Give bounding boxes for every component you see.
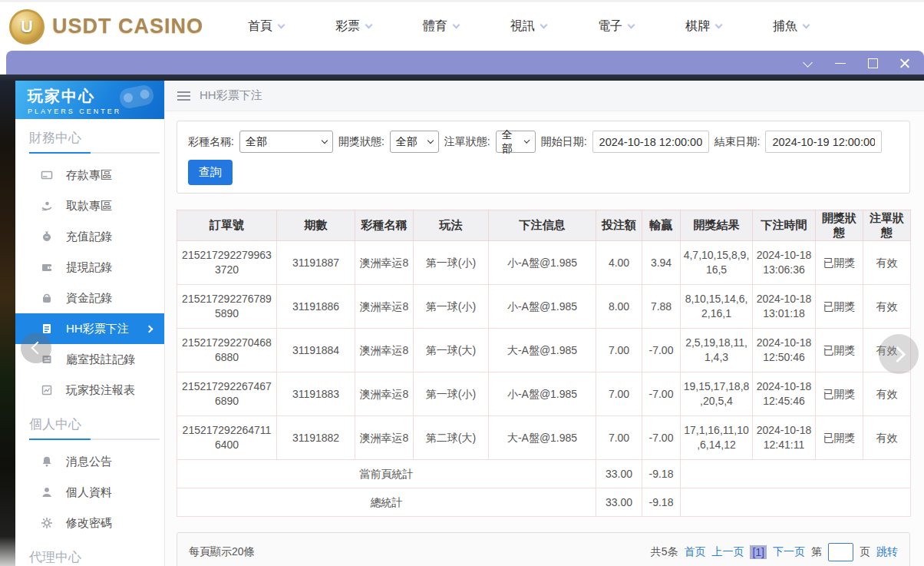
table-cell: 17,1,16,11,10,6,14,12	[681, 416, 753, 460]
section-underline	[29, 439, 160, 440]
nav-item-electronic[interactable]: 電子	[598, 18, 634, 35]
sidebar-item-withdrawal-record[interactable]: 提現記錄	[15, 252, 164, 283]
draw-status-select[interactable]: 全部	[390, 131, 439, 153]
table-cell: 33.00	[596, 460, 642, 488]
page-jump-input[interactable]	[828, 543, 853, 561]
sidebar-header: 玩家中心 PLAYERS CENTER	[15, 81, 164, 119]
table-cell: 8.00	[596, 285, 642, 329]
table-cell: 7.00	[596, 416, 642, 460]
sidebar-item-withdraw[interactable]: 取款專區	[15, 190, 164, 221]
funds-record-icon	[41, 292, 53, 304]
logo-text: USDT CASINO	[52, 15, 203, 38]
table-cell: 2152172922674676890	[177, 372, 277, 416]
nav-label: 視訊	[510, 18, 535, 35]
table-cell: 2024-10-18 12:50:46	[753, 329, 816, 372]
nav-item-fishing[interactable]: 捕魚	[773, 18, 809, 35]
sidebar: 玩家中心 PLAYERS CENTER 財務中心 存款專區 取款專區 充值記錄 …	[15, 81, 165, 566]
end-date-label: 結束日期:	[714, 135, 761, 149]
page-title: HH彩票下注	[200, 88, 262, 103]
sidebar-item-label: 修改密碼	[66, 516, 112, 531]
jump-label-pre: 第	[811, 545, 822, 559]
nav-item-sports[interactable]: 體育	[423, 18, 459, 35]
minimize-icon[interactable]	[835, 58, 846, 68]
lottery-bet-icon	[41, 323, 53, 335]
table-cell: 有效	[863, 372, 911, 416]
table-cell: 4.00	[596, 241, 642, 285]
section-title-agent: 代理中心	[15, 538, 164, 566]
prev-page-link[interactable]: 上一页	[711, 545, 744, 559]
jump-button[interactable]: 跳转	[876, 545, 898, 559]
column-header: 開獎結果	[681, 210, 753, 241]
order-status-select[interactable]: 全部	[496, 131, 536, 153]
breadcrumb: HH彩票下注	[165, 81, 924, 111]
sidebar-item-recharge-record[interactable]: 充值記錄	[15, 221, 164, 252]
app-window: 玩家中心 PLAYERS CENTER 財務中心 存款專區 取款專區 充值記錄 …	[15, 81, 924, 566]
table-scroll-right-button[interactable]	[879, 334, 919, 374]
jump-label-post: 页	[860, 545, 870, 559]
sidebar-collapse-button[interactable]	[21, 333, 51, 363]
select-value: 全部	[502, 128, 521, 156]
sidebar-item-label: 提現記錄	[66, 260, 112, 275]
chevron-down-icon[interactable]	[803, 58, 813, 68]
table-cell: 2152172922647116400	[177, 416, 277, 460]
table-cell: 第一球(小)	[414, 285, 489, 329]
table-cell: -7.00	[642, 416, 681, 460]
sidebar-item-funds-record[interactable]: 資金記錄	[15, 283, 164, 313]
table-cell: 31191884	[277, 329, 355, 372]
sidebar-item-label: 取款專區	[66, 199, 112, 213]
table-cell: 有效	[863, 241, 911, 285]
sidebar-item-notice[interactable]: 消息公告	[15, 446, 164, 477]
window-titlebar	[6, 51, 924, 74]
table-cell: 已開獎	[816, 285, 863, 329]
table-row: 215217292276789589031191886澳洲幸运8第一球(小)小-…	[177, 285, 911, 329]
nav-label: 彩票	[335, 18, 360, 35]
screen: U USDT CASINO 首頁 彩票 體育 視訊 電子 棋牌 捕魚 玩家中心 …	[0, 0, 924, 566]
hamburger-menu-icon[interactable]	[177, 91, 190, 101]
nav-label: 棋牌	[685, 18, 710, 35]
column-header: 彩種名稱	[355, 210, 414, 241]
table-cell: 小-A盤@1.985	[489, 285, 596, 329]
section-underline	[29, 152, 160, 154]
chevron-down-icon	[322, 137, 328, 144]
chevron-down-icon	[803, 22, 810, 29]
nav-label: 體育	[423, 18, 447, 35]
table-cell: 大-A盤@1.985	[489, 329, 596, 372]
table-cell: 澳洲幸运8	[355, 285, 414, 329]
notice-icon	[41, 455, 53, 468]
chevron-down-icon	[524, 137, 530, 144]
nav-item-home[interactable]: 首頁	[248, 18, 284, 35]
nav-item-chess[interactable]: 棋牌	[685, 18, 721, 35]
lottery-name-select[interactable]: 全部	[239, 131, 333, 153]
table-cell: 4,7,10,15,8,9,16,5	[681, 241, 753, 285]
start-date-input[interactable]	[592, 131, 709, 153]
table-cell: 2024-10-18 12:41:11	[753, 416, 816, 460]
chevron-down-icon	[628, 22, 635, 29]
next-page-link[interactable]: 下一页	[773, 545, 805, 559]
current-page-badge: [1]	[750, 545, 767, 559]
summary-row: 當前頁統計33.00-9.18	[177, 460, 911, 488]
table-cell: -7.00	[642, 329, 681, 372]
nav-item-lottery[interactable]: 彩票	[335, 18, 371, 35]
main-nav: 首頁 彩票 體育 視訊 電子 棋牌 捕魚	[248, 18, 809, 35]
sidebar-item-label: 存款專區	[66, 168, 112, 183]
table-cell: 第一球(小)	[414, 241, 489, 285]
end-date-input[interactable]	[765, 131, 882, 153]
site-logo[interactable]: U USDT CASINO	[9, 9, 203, 45]
table-cell: 31191882	[277, 416, 355, 460]
sidebar-item-deposit[interactable]: 存款專區	[15, 160, 164, 190]
maximize-icon[interactable]	[867, 58, 878, 68]
table-cell: 31191887	[277, 241, 355, 285]
table-cell: 澳洲幸运8	[355, 241, 414, 285]
sidebar-item-player-bet-report[interactable]: 玩家投注報表	[15, 375, 164, 405]
table-cell: 當前頁統計	[177, 460, 596, 488]
sidebar-item-profile[interactable]: 個人資料	[15, 477, 164, 508]
sidebar-item-change-password[interactable]: 修改密碼	[15, 508, 164, 538]
search-button[interactable]: 查詢	[188, 160, 233, 185]
close-icon[interactable]	[899, 58, 910, 68]
withdraw-icon	[41, 200, 53, 212]
nav-item-video[interactable]: 視訊	[510, 18, 546, 35]
table-cell: 澳洲幸运8	[355, 372, 414, 416]
table-cell: 2024-10-18 12:45:46	[753, 372, 816, 416]
first-page-link[interactable]: 首页	[684, 545, 705, 559]
sidebar-item-label: 充值記錄	[66, 230, 112, 244]
